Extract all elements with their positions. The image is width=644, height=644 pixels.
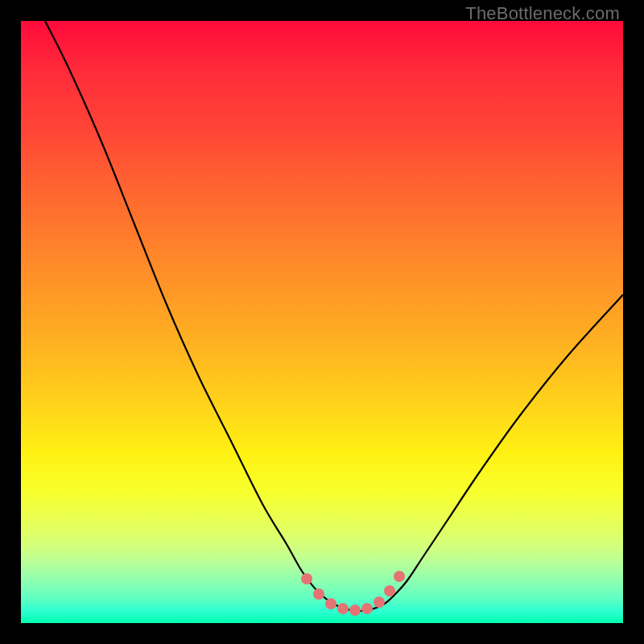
valley-dot: [374, 597, 385, 608]
chart-stage: TheBottleneck.com: [0, 0, 644, 644]
valley-dot: [325, 598, 336, 609]
plot-area: [21, 21, 623, 623]
curve-layer: [21, 21, 623, 623]
valley-dot: [361, 603, 373, 614]
valley-dot: [337, 603, 349, 614]
bottleneck-curve-path: [45, 21, 623, 611]
valley-dot: [349, 605, 361, 616]
valley-dot: [384, 585, 395, 597]
valley-dot: [301, 573, 312, 584]
valley-dot: [313, 588, 324, 600]
valley-dots-group: [301, 571, 405, 616]
valley-dot: [394, 571, 405, 582]
